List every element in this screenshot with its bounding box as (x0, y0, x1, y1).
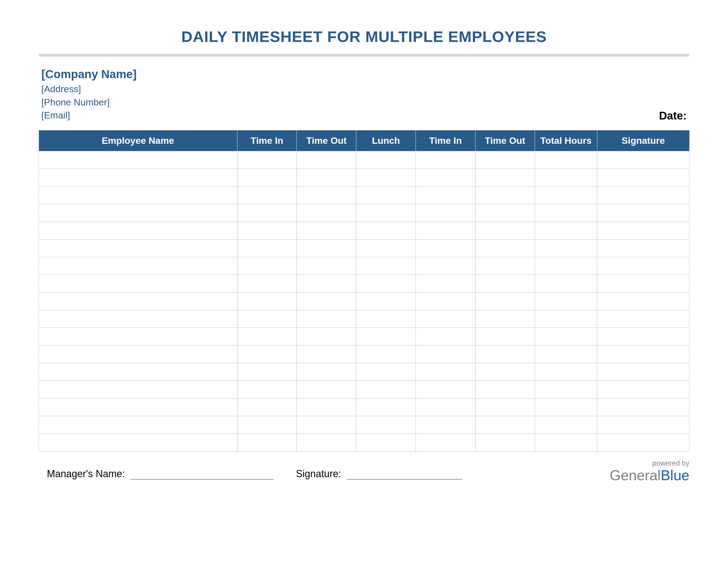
table-cell (237, 274, 297, 292)
table-cell (39, 186, 237, 204)
table-cell (416, 310, 475, 328)
table-cell (475, 292, 535, 310)
table-cell (297, 434, 356, 451)
table-cell (475, 345, 535, 363)
table-row (39, 292, 689, 310)
table-cell (597, 204, 689, 221)
table-cell (237, 363, 297, 381)
table-cell (356, 151, 416, 169)
table-cell (356, 434, 416, 451)
footer: Manager's Name: Signature: powered by Ge… (39, 468, 689, 480)
table-row (39, 186, 689, 204)
table-cell (416, 434, 475, 451)
table-cell (356, 221, 416, 239)
table-cell (39, 416, 237, 434)
table-row (39, 416, 689, 434)
column-header: Time Out (475, 130, 535, 151)
table-cell (597, 151, 689, 169)
table-cell (416, 328, 475, 345)
manager-signature-group: Manager's Name: (47, 468, 274, 480)
table-cell (39, 151, 237, 169)
table-cell (535, 169, 597, 186)
table-row (39, 363, 689, 381)
manager-name-label: Manager's Name: (47, 468, 125, 480)
table-cell (237, 328, 297, 345)
table-cell (597, 398, 689, 416)
table-cell (297, 345, 356, 363)
table-cell (237, 239, 297, 257)
table-cell (356, 310, 416, 328)
table-cell (597, 221, 689, 239)
table-cell (597, 381, 689, 398)
table-cell (416, 398, 475, 416)
table-cell (475, 434, 535, 451)
table-cell (597, 434, 689, 451)
table-cell (39, 381, 237, 398)
table-cell (535, 328, 597, 345)
brand-blue: Blue (661, 467, 689, 483)
table-cell (356, 328, 416, 345)
powered-by-block: powered by GeneralBlue (610, 459, 689, 482)
table-cell (237, 204, 297, 221)
table-cell (416, 169, 475, 186)
table-cell (39, 310, 237, 328)
table-cell (535, 186, 597, 204)
table-cell (39, 292, 237, 310)
table-cell (416, 363, 475, 381)
table-cell (535, 363, 597, 381)
table-cell (237, 434, 297, 451)
table-cell (475, 274, 535, 292)
table-cell (475, 310, 535, 328)
table-cell (297, 186, 356, 204)
table-cell (356, 169, 416, 186)
table-cell (416, 292, 475, 310)
table-cell (535, 257, 597, 274)
table-cell (475, 239, 535, 257)
table-cell (237, 169, 297, 186)
table-cell (597, 186, 689, 204)
table-cell (297, 204, 356, 221)
table-cell (416, 416, 475, 434)
table-row (39, 204, 689, 221)
table-cell (297, 310, 356, 328)
title-divider (39, 54, 689, 57)
manager-name-line (130, 470, 274, 480)
column-header: Signature (597, 130, 689, 151)
table-cell (535, 434, 597, 451)
table-cell (535, 239, 597, 257)
table-cell (475, 328, 535, 345)
table-cell (39, 434, 237, 451)
table-cell (237, 186, 297, 204)
brand-logo: GeneralBlue (610, 468, 689, 482)
table-cell (535, 204, 597, 221)
table-cell (475, 257, 535, 274)
table-cell (237, 292, 297, 310)
table-row (39, 398, 689, 416)
table-cell (475, 221, 535, 239)
table-cell (356, 257, 416, 274)
table-cell (597, 328, 689, 345)
table-cell (39, 345, 237, 363)
table-cell (416, 221, 475, 239)
table-cell (356, 239, 416, 257)
table-cell (39, 328, 237, 345)
company-phone: [Phone Number] (41, 96, 689, 109)
table-cell (237, 310, 297, 328)
table-cell (356, 398, 416, 416)
table-cell (297, 381, 356, 398)
signature-line (347, 470, 462, 480)
table-cell (535, 310, 597, 328)
table-cell (475, 416, 535, 434)
table-cell (535, 221, 597, 239)
table-cell (597, 310, 689, 328)
table-cell (597, 345, 689, 363)
company-email: [Email] (41, 109, 689, 122)
table-cell (475, 169, 535, 186)
table-row (39, 151, 689, 169)
table-row (39, 239, 689, 257)
table-row (39, 257, 689, 274)
table-cell (597, 257, 689, 274)
table-cell (475, 151, 535, 169)
table-cell (475, 398, 535, 416)
table-cell (297, 363, 356, 381)
